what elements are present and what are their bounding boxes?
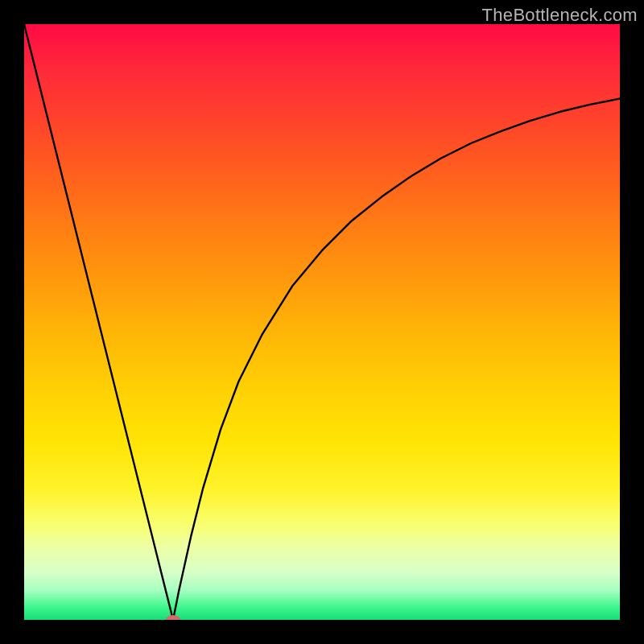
plot-area: [24, 24, 620, 620]
min-point-marker: [166, 615, 180, 620]
curve-layer: [24, 24, 620, 620]
watermark-text: TheBottleneck.com: [482, 5, 638, 26]
bottleneck-curve: [24, 24, 620, 620]
chart-frame: TheBottleneck.com: [0, 0, 644, 644]
